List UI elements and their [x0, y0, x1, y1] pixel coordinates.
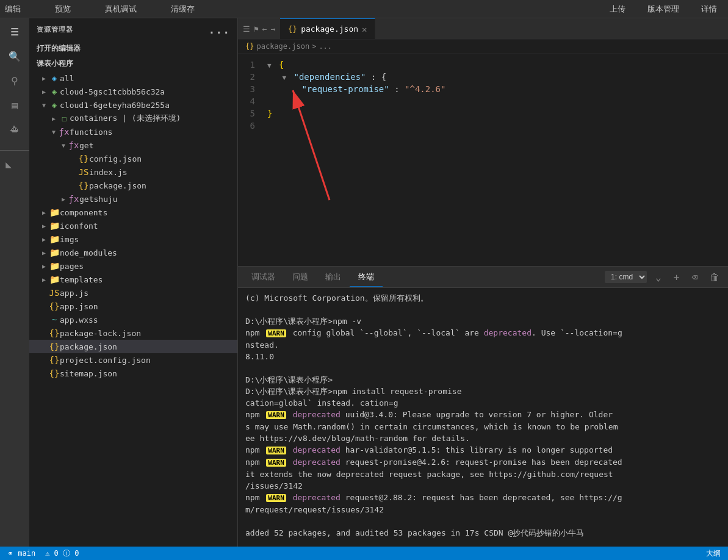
fold-2[interactable]: ▼ [282, 74, 286, 82]
tree-item-getshuju[interactable]: ▶ƒxgetshuju [29, 192, 237, 206]
project-section[interactable]: 课表小程序 [29, 56, 237, 71]
key-dependencies: "dependencies" [294, 72, 366, 82]
tree-item-index.js[interactable]: JSindex.js [29, 165, 237, 179]
tab-terminal[interactable]: 终端 [350, 268, 383, 287]
open-editors-section[interactable]: 打开的编辑器 [29, 41, 237, 56]
terminal-add-icon[interactable]: + [670, 270, 683, 284]
terminal-line: 8.11.0 [245, 351, 721, 362]
brace-open: { [279, 60, 284, 70]
line-numbers: 1 2 3 4 5 6 [238, 59, 262, 261]
breadcrumb-rest[interactable]: ... [319, 42, 332, 51]
tree-item-all[interactable]: ▶◈all [29, 71, 237, 85]
terminal-trash-icon[interactable]: 🗑 [706, 270, 723, 284]
colon2: : [394, 84, 405, 94]
tab-problems[interactable]: 问题 [284, 268, 317, 286]
tab-package-json[interactable]: {} package.json ✕ [280, 18, 375, 39]
tree-item-pages[interactable]: ▶📁pages [29, 259, 237, 273]
terminal-line [245, 516, 721, 527]
label-iconfont: iconfont [60, 221, 237, 231]
arrow-all[interactable]: ▶ [39, 75, 49, 82]
tree-item-package.json.get[interactable]: {}package.json [29, 179, 237, 192]
tab-debugger[interactable]: 调试器 [243, 268, 284, 286]
grid-icon[interactable]: ▤ [6, 96, 23, 113]
docker-icon[interactable]: ⛴ [6, 121, 23, 138]
terminal-split-icon[interactable]: ⌫ [688, 270, 701, 284]
toolbar-edit[interactable]: 编辑 [0, 2, 26, 16]
search-icon[interactable]: 🔍 [6, 48, 23, 65]
deprecated-label: deprecated [293, 445, 341, 454]
arrow-cloud1[interactable]: ▶ [39, 88, 49, 95]
colon: : { [371, 72, 386, 82]
arrow-get[interactable]: ▼ [59, 142, 68, 149]
tree-item-package.json.root[interactable]: {}package.json [29, 340, 237, 353]
deprecated-label: deprecated [293, 458, 341, 467]
bookmark-icon[interactable]: ⚑ [254, 24, 259, 34]
tree-item-cloud2[interactable]: ▼◈cloud1-6geteyha69be255a [29, 98, 237, 112]
label-components: components [60, 208, 237, 217]
panel-toggle-icon[interactable]: ◣ [0, 156, 17, 173]
arrow-getshuju[interactable]: ▶ [59, 196, 68, 203]
arrow-pages[interactable]: ▶ [39, 263, 49, 270]
tree-item-config.json[interactable]: {}config.json [29, 152, 237, 165]
arrow-containers[interactable]: ▶ [49, 115, 59, 122]
toolbar-clear-cache[interactable]: 清缓存 [166, 2, 200, 16]
arrow-components[interactable]: ▶ [39, 209, 49, 216]
toolbar-upload[interactable]: 上传 [605, 2, 630, 16]
deprecated-label: deprecated [293, 493, 341, 502]
terminal-selector[interactable]: 1: cmd [605, 271, 647, 283]
tab-output[interactable]: 输出 [317, 268, 350, 286]
tab-close-icon[interactable]: ✕ [362, 24, 367, 34]
breadcrumb-icon: {} [245, 42, 254, 51]
git-icon[interactable]: ⚲ [6, 72, 23, 89]
tree-item-get[interactable]: ▼ƒxget [29, 138, 237, 152]
back-icon[interactable]: ← [262, 24, 267, 34]
tree-item-package-lock.json[interactable]: {}package-lock.json [29, 326, 237, 340]
terminal-line: it extends the now deprecated request pa… [245, 469, 721, 480]
tree-item-app.js[interactable]: JSapp.js [29, 286, 237, 300]
tree-item-app.json[interactable]: {}app.json [29, 300, 237, 313]
icon-node_modules: 📁 [49, 248, 60, 257]
bottom-outline: 大纲 [706, 548, 721, 559]
toolbar-preview[interactable]: 预览 [50, 2, 76, 16]
breadcrumb-file[interactable]: package.json [256, 42, 309, 51]
terminal-line: npm WARN deprecated request-promise@4.2.… [245, 457, 721, 468]
explorer-icon[interactable]: ☰ [6, 23, 23, 40]
label-pages: pages [60, 262, 237, 271]
arrow-node_modules[interactable]: ▶ [39, 249, 49, 256]
icon-pages: 📁 [49, 261, 60, 271]
explorer-more[interactable]: ... [208, 23, 230, 36]
tree-item-cloud1[interactable]: ▶◈cloud-5gsc1tcbbb56c32a [29, 85, 237, 98]
arrow-templates[interactable]: ▶ [39, 276, 49, 283]
icon-get: ƒx [68, 140, 79, 150]
brace-close-outer: } [267, 109, 272, 118]
tree-item-functions[interactable]: ▼ƒxfunctions [29, 125, 237, 138]
tree-item-node_modules[interactable]: ▶📁node_modules [29, 246, 237, 259]
terminal-tabs: 调试器 问题 输出 终端 1: cmd ⌄ + ⌫ 🗑 [238, 267, 728, 288]
forward-icon[interactable]: → [271, 24, 276, 34]
tree-item-app.wxss[interactable]: ~app.wxss [29, 313, 237, 326]
tab-icon: {} [287, 24, 297, 34]
fold-1[interactable]: ▼ [267, 62, 272, 70]
arrow-functions[interactable]: ▼ [49, 129, 59, 135]
arrow-iconfont[interactable]: ▶ [39, 223, 49, 229]
terminal-line: npm WARN config global `--global`, `--lo… [245, 328, 721, 339]
tree-item-sitemap.json[interactable]: {}sitemap.json [29, 367, 237, 380]
terminal-line [245, 363, 721, 374]
tree-item-imgs[interactable]: ▶📁imgs [29, 232, 237, 246]
tree-item-components[interactable]: ▶📁components [29, 206, 237, 219]
arrow-cloud2[interactable]: ▼ [39, 102, 49, 109]
toolbar-debug[interactable]: 真机调试 [100, 2, 142, 16]
icon-iconfont: 📁 [49, 221, 60, 231]
tree-item-iconfont[interactable]: ▶📁iconfont [29, 219, 237, 232]
toolbar-version[interactable]: 版本管理 [643, 2, 684, 16]
toolbar-detail[interactable]: 详情 [696, 2, 722, 16]
tree-item-project.config.json[interactable]: {}project.config.json [29, 353, 237, 367]
menu-icon[interactable]: ☰ [243, 24, 250, 34]
terminal-body[interactable]: (c) Microsoft Corporation。保留所有权利。 D:\小程序… [238, 288, 728, 547]
terminal-chevron-icon[interactable]: ⌄ [652, 270, 665, 284]
arrow-imgs[interactable]: ▶ [39, 236, 49, 243]
code-editor[interactable]: 1 2 3 4 5 6 ▼ { ▼ "dependencies" [238, 54, 728, 266]
tree-item-templates[interactable]: ▶📁templates [29, 273, 237, 286]
label-index.js: index.js [89, 168, 237, 177]
tree-item-containers[interactable]: ▶☐containers | (未选择环境) [29, 112, 237, 125]
